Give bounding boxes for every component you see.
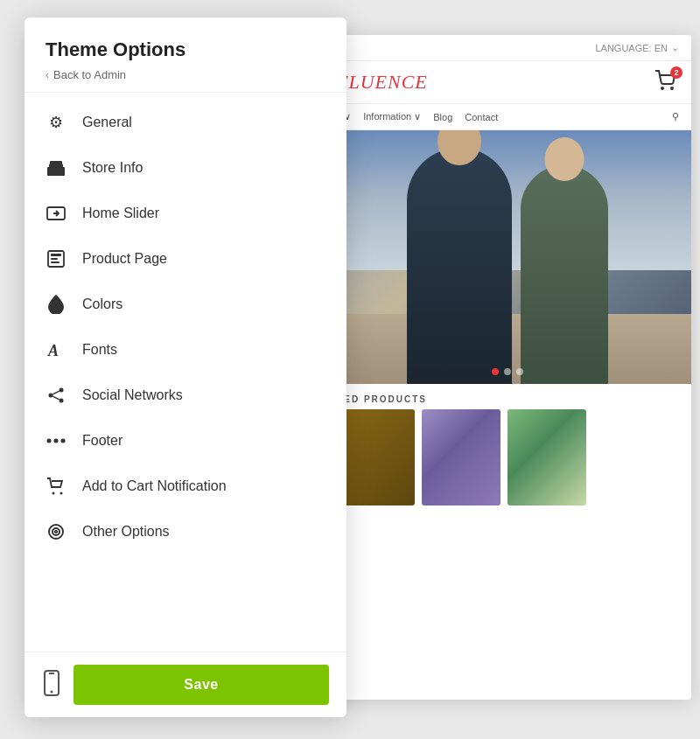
hero-people — [324, 130, 691, 384]
language-chevron: ⌄ — [671, 42, 679, 53]
svg-point-12 — [49, 394, 53, 398]
svg-line-15 — [52, 396, 59, 400]
nav-item-information: Information ∨ — [363, 111, 421, 122]
hero-dot-3 — [516, 368, 523, 375]
nav-label-product-page: Product Page — [82, 251, 167, 267]
nav-item-social-networks[interactable]: Social Networks — [24, 373, 346, 418]
store-icon — [46, 157, 66, 178]
product-thumb-1 — [336, 409, 415, 505]
nav-item-other-options[interactable]: Other Options — [24, 509, 346, 554]
nav-label-store-info: Store Info — [82, 160, 143, 176]
preview-header: FLUENCE 2 — [324, 61, 691, 104]
panel-footer: Save — [24, 652, 346, 717]
svg-rect-3 — [50, 161, 62, 165]
svg-point-18 — [61, 439, 66, 443]
svg-text:A: A — [47, 342, 59, 359]
panel-title: Theme Options — [46, 38, 326, 61]
panel-navigation: General Store Info Home Slider — [24, 93, 346, 652]
nav-item-blog: Blog — [433, 112, 452, 122]
nav-label-home-slider: Home Slider — [82, 206, 159, 221]
language-label: LANGUAGE: EN — [595, 43, 668, 53]
product-thumb-2 — [422, 409, 500, 505]
svg-rect-8 — [51, 258, 58, 260]
other-options-icon — [46, 521, 66, 542]
preview-products — [324, 409, 691, 516]
panel-header: Theme Options ‹ Back to Admin — [24, 17, 346, 93]
add-to-cart-icon — [46, 476, 66, 497]
social-networks-icon — [46, 385, 66, 406]
nav-item-colors[interactable]: Colors — [24, 282, 346, 327]
svg-point-23 — [51, 691, 53, 694]
preview-logo: FLUENCE — [336, 71, 428, 94]
hero-dot-1 — [492, 368, 499, 375]
svg-point-20 — [60, 492, 63, 495]
home-slider-icon — [46, 203, 66, 224]
nav-item-store-info[interactable]: Store Info — [24, 145, 346, 191]
nav-label-footer: Footer — [82, 433, 122, 449]
preview-top-bar: LANGUAGE: EN ⌄ — [324, 35, 691, 61]
preview-hero — [324, 130, 691, 384]
back-to-admin-link[interactable]: ‹ Back to Admin — [46, 68, 326, 81]
svg-line-14 — [52, 391, 59, 394]
svg-point-11 — [60, 388, 64, 393]
svg-rect-7 — [51, 254, 61, 256]
nav-label-general: General — [82, 115, 132, 130]
product-page-icon — [46, 248, 66, 269]
nav-search-icon: ⚲ — [672, 111, 679, 122]
svg-point-13 — [60, 399, 64, 403]
mobile-preview-icon — [42, 670, 61, 700]
nav-item-footer[interactable]: Footer — [24, 418, 346, 464]
person-female — [521, 165, 608, 384]
hero-dots — [492, 368, 523, 375]
cart-badge: 2 — [670, 66, 682, 79]
svg-rect-9 — [51, 261, 60, 263]
svg-point-19 — [52, 492, 55, 495]
svg-rect-2 — [47, 167, 65, 176]
nav-item-add-to-cart[interactable]: Add to Cart Notification — [24, 464, 346, 509]
preview-section-title: RED PRODUCTS — [324, 384, 691, 409]
person-male — [407, 148, 512, 384]
nav-label-colors: Colors — [82, 296, 122, 312]
nav-label-other-options: Other Options — [82, 524, 170, 540]
nav-item-home-slider[interactable]: Home Slider — [24, 191, 346, 236]
preview-panel: LANGUAGE: EN ⌄ FLUENCE 2 n ∨ Information… — [324, 35, 691, 700]
fonts-icon: A — [46, 339, 66, 360]
colors-icon — [46, 294, 66, 315]
product-thumb-3 — [508, 409, 586, 505]
svg-point-1 — [671, 87, 673, 89]
nav-item-fonts[interactable]: A Fonts — [24, 327, 346, 373]
preview-cart: 2 — [654, 70, 679, 94]
nav-item-product-page[interactable]: Product Page — [24, 236, 346, 282]
theme-options-panel: Theme Options ‹ Back to Admin General St… — [24, 17, 346, 717]
svg-point-21 — [54, 530, 58, 533]
footer-icon — [46, 430, 66, 451]
svg-point-0 — [662, 87, 663, 89]
nav-label-fonts: Fonts — [82, 342, 117, 358]
save-button[interactable]: Save — [74, 665, 329, 705]
nav-item-general[interactable]: General — [24, 100, 346, 145]
back-chevron-icon: ‹ — [46, 69, 49, 81]
nav-label-social-networks: Social Networks — [82, 387, 183, 403]
back-label: Back to Admin — [53, 68, 126, 81]
preview-nav: n ∨ Information ∨ Blog Contact ⚲ — [324, 104, 691, 130]
svg-point-17 — [54, 439, 59, 443]
svg-point-16 — [47, 439, 52, 443]
nav-label-add-to-cart: Add to Cart Notification — [82, 478, 227, 494]
gear-icon — [46, 112, 66, 133]
nav-item-contact: Contact — [465, 112, 498, 122]
hero-dot-2 — [504, 368, 511, 375]
